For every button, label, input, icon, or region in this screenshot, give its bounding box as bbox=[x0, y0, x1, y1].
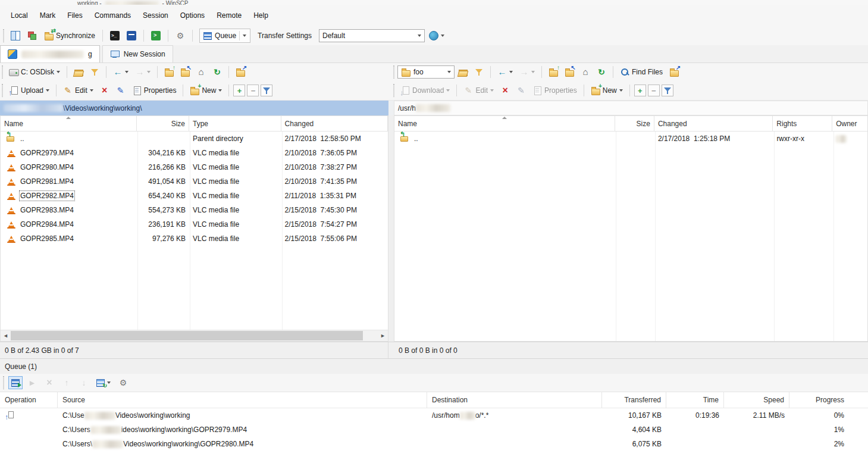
column-header-rights[interactable]: Rights bbox=[773, 116, 832, 131]
menu-commands[interactable]: Commands bbox=[89, 8, 137, 23]
queue-move-down-button[interactable]: ↓ bbox=[76, 375, 92, 390]
transfer-settings-combo[interactable]: Default bbox=[319, 29, 425, 42]
file-row[interactable]: GOPR2982.MP4654,240 KBVLC media file2/11… bbox=[1, 189, 388, 203]
file-row[interactable]: GOPR2984.MP4236,191 KBVLC media file2/15… bbox=[1, 217, 388, 232]
shell-button[interactable] bbox=[148, 28, 164, 43]
queue-header-progress[interactable]: Progress bbox=[789, 392, 868, 408]
column-header-owner[interactable]: Owner bbox=[832, 116, 867, 131]
scrollbar-thumb[interactable] bbox=[11, 331, 363, 340]
scroll-right-icon[interactable]: ► bbox=[378, 333, 388, 339]
open-directory-button-remote[interactable] bbox=[455, 64, 471, 80]
back-button[interactable]: ← bbox=[110, 64, 131, 80]
find-files-button[interactable]: Find Files bbox=[617, 64, 666, 80]
refresh-button[interactable]: ↻ bbox=[209, 64, 225, 80]
new-button[interactable]: + New bbox=[187, 83, 225, 98]
select-add-button-remote[interactable]: + bbox=[634, 85, 646, 96]
file-row[interactable]: ↰..2/17/2018 1:25:18 PMrwxr-xr-x bbox=[394, 132, 867, 146]
session-tab-working[interactable]: g bbox=[0, 45, 100, 62]
preferences-button[interactable]: ⚙ bbox=[173, 28, 188, 43]
column-header-name[interactable]: Name bbox=[1, 116, 137, 131]
queue-delete-button[interactable]: × bbox=[42, 375, 57, 390]
directory-tree-button-remote[interactable]: ↖ bbox=[562, 64, 577, 80]
link-button[interactable]: ↗ bbox=[666, 64, 682, 80]
parent-directory-button[interactable]: ↑ bbox=[161, 64, 177, 80]
rename-button[interactable]: ✎ bbox=[113, 83, 129, 98]
menu-files[interactable]: Files bbox=[61, 8, 88, 23]
upload-button[interactable]: Upload bbox=[6, 83, 52, 98]
filter-button-remote[interactable] bbox=[471, 64, 487, 80]
file-row[interactable]: GOPR2985.MP497,276 KBVLC media file2/15/… bbox=[1, 232, 388, 246]
scrollbar-track[interactable] bbox=[11, 330, 378, 341]
sync-browsing-button[interactable] bbox=[24, 28, 40, 43]
queue-row[interactable]: ↑C:\UseVideos\working\working/usr/homo/*… bbox=[0, 408, 868, 423]
download-button[interactable]: Download bbox=[397, 83, 453, 98]
right-path-bar[interactable]: /usr/h bbox=[394, 101, 868, 115]
select-remove-button-remote[interactable]: − bbox=[648, 85, 660, 96]
menu-help[interactable]: Help bbox=[247, 8, 274, 23]
refresh-button-remote[interactable]: ↻ bbox=[594, 64, 609, 80]
transfer-options-button[interactable] bbox=[426, 28, 447, 43]
file-row[interactable]: GOPR2980.MP4216,266 KBVLC media file2/10… bbox=[1, 160, 388, 174]
directory-tree-button[interactable]: ↖ bbox=[177, 64, 193, 80]
queue-header-operation[interactable]: Operation bbox=[0, 392, 58, 408]
edit-button[interactable]: ✎ Edit bbox=[60, 83, 96, 98]
queue-resume-button[interactable]: ▶ bbox=[24, 375, 40, 390]
open-in-explorer-button[interactable]: ↗ bbox=[233, 64, 248, 80]
home-button[interactable]: ⌂ bbox=[193, 64, 209, 80]
column-header-name[interactable]: Name bbox=[394, 116, 615, 131]
queue-header-destination[interactable]: Destination bbox=[427, 392, 602, 408]
properties-button[interactable]: Properties bbox=[129, 83, 180, 98]
forward-button-remote[interactable]: → bbox=[516, 64, 538, 80]
menu-session[interactable]: Session bbox=[137, 8, 174, 23]
file-row[interactable]: GOPR2979.MP4304,216 KBVLC media file2/10… bbox=[1, 146, 388, 160]
remote-directory-combo[interactable]: foo bbox=[397, 65, 455, 79]
rename-button-remote[interactable]: ✎ bbox=[513, 83, 529, 98]
queue-preferences-button[interactable]: ⚙ bbox=[115, 375, 131, 390]
queue-idle-action-button[interactable] bbox=[93, 375, 114, 390]
delete-button-remote[interactable]: × bbox=[497, 83, 513, 98]
left-path-bar[interactable]: \Videos\working\working\ bbox=[0, 101, 388, 115]
open-directory-button[interactable] bbox=[71, 64, 86, 80]
new-button-remote[interactable]: + New bbox=[588, 83, 626, 98]
local-drive-combo[interactable]: C: OSDisk bbox=[6, 64, 63, 80]
queue-toggle-button[interactable]: Queue bbox=[199, 29, 250, 43]
forward-button[interactable]: → bbox=[132, 64, 153, 80]
menu-remote[interactable]: Remote bbox=[211, 8, 247, 23]
console-button[interactable] bbox=[107, 28, 123, 43]
queue-row[interactable]: C:\Usersideos\working\working\GOPR2979.M… bbox=[0, 423, 868, 437]
file-row[interactable]: GOPR2981.MP4491,054 KBVLC media file2/10… bbox=[1, 174, 388, 189]
queue-row[interactable]: C:\Users\Videos\working\working\GOPR2980… bbox=[0, 437, 868, 451]
menu-options[interactable]: Options bbox=[174, 8, 211, 23]
select-remove-button[interactable]: − bbox=[247, 85, 259, 96]
back-button-remote[interactable]: ← bbox=[494, 64, 516, 80]
synchronize-button[interactable]: ⇄ Synchronize bbox=[41, 28, 98, 43]
layout-button[interactable] bbox=[8, 28, 23, 43]
horizontal-scrollbar[interactable]: ◄ ► bbox=[1, 330, 388, 341]
queue-header-transferred[interactable]: Transferred bbox=[602, 392, 666, 408]
new-session-tab[interactable]: New Session bbox=[102, 45, 173, 62]
properties-button-remote[interactable]: Properties bbox=[529, 83, 580, 98]
queue-header-time[interactable]: Time bbox=[666, 392, 724, 408]
queue-header-source[interactable]: Source bbox=[58, 392, 427, 408]
queue-move-up-button[interactable]: ↑ bbox=[59, 375, 74, 390]
delete-button[interactable]: × bbox=[97, 83, 112, 98]
edit-button-remote[interactable]: ✎ Edit bbox=[460, 83, 497, 98]
filter-button[interactable] bbox=[87, 64, 102, 80]
menu-local[interactable]: Local bbox=[5, 8, 34, 23]
queue-show-toggle[interactable] bbox=[8, 376, 23, 389]
column-header-type[interactable]: Type bbox=[189, 116, 281, 131]
file-row[interactable]: ↰..Parent directory2/17/2018 12:58:50 PM bbox=[1, 132, 388, 146]
home-button-remote[interactable]: ⌂ bbox=[578, 64, 593, 80]
column-header-size[interactable]: Size bbox=[615, 116, 654, 131]
selection-filter-button-remote[interactable] bbox=[662, 85, 673, 96]
terminal-button[interactable] bbox=[124, 28, 139, 43]
select-add-button[interactable]: + bbox=[233, 85, 245, 96]
column-header-changed[interactable]: Changed bbox=[281, 116, 388, 131]
parent-directory-button-remote[interactable]: ↑ bbox=[546, 64, 561, 80]
column-header-changed[interactable]: Changed bbox=[654, 116, 773, 131]
selection-filter-button[interactable] bbox=[261, 85, 272, 96]
scroll-left-icon[interactable]: ◄ bbox=[1, 333, 11, 339]
file-row[interactable]: GOPR2983.MP4554,273 KBVLC media file2/15… bbox=[1, 203, 388, 217]
column-header-size[interactable]: Size bbox=[137, 116, 189, 131]
menu-mark[interactable]: Mark bbox=[34, 8, 62, 23]
